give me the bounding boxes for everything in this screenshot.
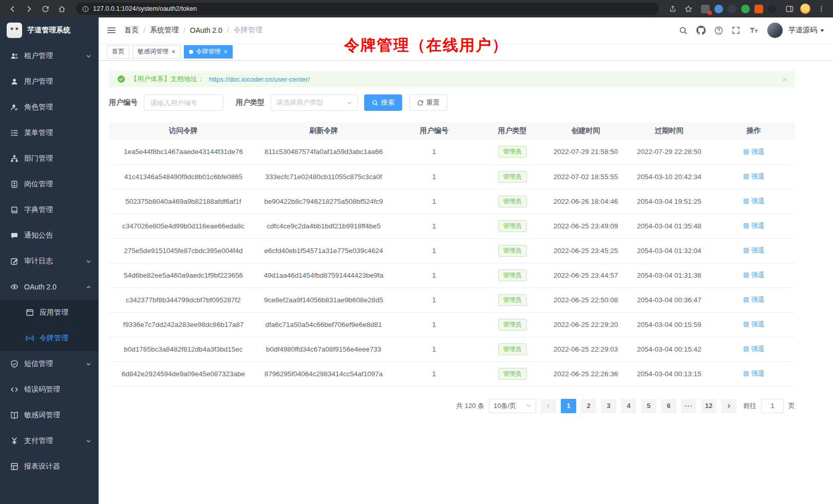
force-logout-button[interactable]: 强退: [743, 320, 765, 329]
dept-icon: [10, 154, 18, 163]
force-logout-button[interactable]: 强退: [743, 369, 765, 378]
sidebar-item[interactable]: 审计日志: [0, 248, 99, 274]
page-button-3[interactable]: 3: [601, 399, 616, 413]
url-bar[interactable]: 127.0.0.1:1024/system/oauth2/token: [76, 3, 659, 15]
page-more-button[interactable]: ···: [681, 399, 696, 413]
app-logo[interactable]: 芋道管理系统: [0, 17, 99, 43]
sidebar-item[interactable]: 部门管理: [0, 146, 99, 171]
info-icon[interactable]: [82, 6, 89, 12]
help-icon[interactable]: [714, 26, 723, 35]
breadcrumb-item[interactable]: 首页: [124, 26, 139, 35]
back-button[interactable]: [5, 2, 20, 15]
home-button[interactable]: [54, 2, 69, 15]
dict-icon: [10, 206, 18, 214]
sidebar-item[interactable]: 令牌管理: [0, 325, 99, 351]
close-icon[interactable]: ×: [172, 48, 176, 55]
page-button-5[interactable]: 5: [641, 399, 656, 413]
goto-page-input[interactable]: [761, 399, 784, 413]
table-row: 54d6be82ee5a460a9aedc1f9bf223656 49d1aa4…: [109, 263, 795, 287]
user-id-input[interactable]: [144, 94, 223, 111]
page-size-select[interactable]: 10条/页: [489, 399, 536, 413]
sidebar-item[interactable]: 岗位管理: [0, 171, 99, 197]
force-logout-button[interactable]: 强退: [743, 344, 765, 354]
extension-puzzle-icon[interactable]: [754, 5, 763, 13]
action-cell: 强退: [713, 238, 795, 263]
force-logout-button[interactable]: 强退: [743, 197, 765, 206]
tab-1[interactable]: 敏感词管理 ×: [132, 45, 181, 59]
close-icon[interactable]: ×: [224, 48, 228, 55]
sidebar-item[interactable]: 字典管理: [0, 197, 99, 223]
search-icon[interactable]: [679, 26, 688, 35]
sidebar-item[interactable]: 通知公告: [0, 223, 99, 248]
font-size-icon[interactable]: [749, 26, 759, 34]
page-button-1[interactable]: 1: [561, 399, 576, 413]
user-type-select[interactable]: 请选择用户类型: [271, 94, 358, 111]
sidebar-item[interactable]: 菜单管理: [0, 120, 99, 146]
sidebar-item[interactable]: 短信管理: [0, 351, 99, 377]
page-button-6[interactable]: 6: [661, 399, 676, 413]
sidebar-item[interactable]: 用户管理: [0, 69, 99, 94]
reload-icon[interactable]: [38, 2, 52, 15]
fullscreen-icon[interactable]: [732, 26, 740, 34]
side-panel-icon[interactable]: [783, 5, 796, 13]
extension-blue-icon[interactable]: [714, 5, 723, 13]
extension-green-icon[interactable]: [741, 5, 750, 13]
created-time-cell: 2022-06-25 22:50:08: [546, 287, 626, 312]
refresh-token-cell: b0df4980ffd34c67a08f9156e4eee733: [258, 337, 390, 361]
table-header-row: 访问令牌刷新令牌用户编号用户类型创建时间过期时间操作: [109, 122, 795, 140]
forward-button[interactable]: [22, 2, 36, 15]
tab-2[interactable]: 令牌管理 ×: [184, 45, 233, 59]
extension-screenshot-icon[interactable]: [701, 5, 710, 13]
table-body: 1ea5e44f8bc1467aaede43144f31de76 811c530…: [109, 140, 795, 386]
reset-button[interactable]: 重置: [409, 94, 447, 111]
topbar: 首页/系统管理/OAuth 2.0/令牌管理: [99, 17, 833, 43]
page-button-12[interactable]: 12: [701, 399, 716, 413]
page-button-2[interactable]: 2: [581, 399, 596, 413]
expire-time-cell: 2054-03-04 01:35:48: [626, 214, 713, 238]
sidebar-item[interactable]: OAuth 2.0: [0, 274, 99, 300]
force-logout-label: 强退: [751, 270, 765, 280]
force-logout-label: 强退: [751, 295, 765, 304]
refresh-token-cell: 49d1aa46d1454fbd87591444423be9fa: [258, 263, 390, 287]
share-icon[interactable]: [666, 5, 679, 12]
extension-dark-icon[interactable]: [728, 5, 736, 13]
force-logout-button[interactable]: 强退: [743, 246, 765, 255]
user-type-cell: 管理员: [479, 361, 546, 386]
breadcrumb-item[interactable]: OAuth 2.0: [190, 26, 222, 34]
hamburger-icon[interactable]: [107, 26, 116, 34]
chevron-down-icon: [86, 259, 91, 264]
extension-badge: [708, 11, 712, 15]
sidebar-item[interactable]: 敏感词管理: [0, 402, 99, 428]
refresh-token-cell: 9ce8ef2aa9f14056b831ae9b608e28d5: [258, 287, 390, 312]
kebab-menu-icon[interactable]: [815, 6, 828, 12]
profile-avatar[interactable]: [800, 4, 810, 14]
select-placeholder: 请选择用户类型: [276, 98, 323, 107]
force-logout-button[interactable]: 强退: [743, 172, 765, 181]
user-avatar[interactable]: [767, 23, 783, 38]
extension-black-icon[interactable]: [768, 5, 777, 13]
sidebar-item[interactable]: 应用管理: [0, 300, 99, 325]
sidebar-item-label: 用户管理: [24, 77, 53, 86]
doc-link[interactable]: https://doc.iocoder.cn/user-center/: [209, 75, 310, 83]
prev-page-button[interactable]: [541, 399, 556, 413]
sidebar-item[interactable]: 角色管理: [0, 94, 99, 120]
user-menu[interactable]: 芋道源码: [788, 26, 825, 35]
user-type-badge: 管理员: [498, 294, 527, 306]
search-button[interactable]: 搜索: [364, 94, 402, 111]
sidebar-item[interactable]: 报表设计器: [0, 454, 99, 479]
sidebar-item[interactable]: 支付管理: [0, 428, 99, 454]
bookmark-star-icon[interactable]: [681, 5, 695, 13]
force-logout-button[interactable]: 强退: [743, 295, 765, 304]
next-page-button[interactable]: [721, 399, 736, 413]
breadcrumb-item[interactable]: 系统管理: [150, 26, 179, 35]
tab-0[interactable]: 首页: [107, 45, 129, 59]
column-header: 创建时间: [546, 122, 626, 140]
page-button-4[interactable]: 4: [621, 399, 636, 413]
alert-close-icon[interactable]: ×: [782, 75, 787, 84]
force-logout-button[interactable]: 强退: [743, 270, 765, 280]
sidebar-item[interactable]: 错误码管理: [0, 377, 99, 402]
force-logout-button[interactable]: 强退: [743, 147, 765, 157]
force-logout-button[interactable]: 强退: [743, 221, 765, 230]
github-icon[interactable]: [696, 26, 706, 35]
sidebar-item[interactable]: 租户管理: [0, 43, 99, 69]
